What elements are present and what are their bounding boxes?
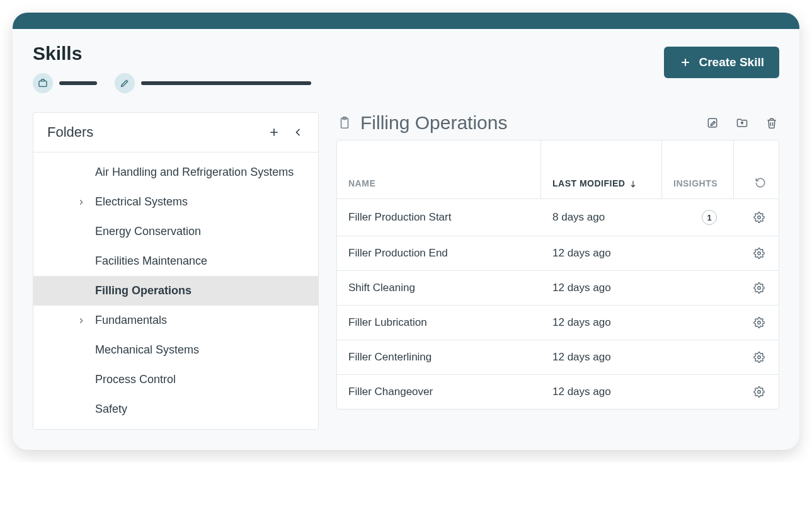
svg-point-7 <box>758 321 761 324</box>
cell-name: Filler Production Start <box>348 211 552 224</box>
row-settings-button[interactable] <box>753 248 765 259</box>
tab-briefcase[interactable] <box>33 73 97 93</box>
folder-item[interactable]: Process Control <box>33 365 318 394</box>
cell-modified: 8 days ago <box>552 211 673 224</box>
clipboard-icon <box>338 116 352 130</box>
folder-label: Safety <box>95 403 127 416</box>
page-title: Skills <box>33 43 664 64</box>
cell-name: Filler Lubrication <box>348 316 552 329</box>
column-name[interactable]: Name <box>337 141 541 198</box>
cell-modified: 12 days ago <box>552 247 673 260</box>
cell-modified: 12 days ago <box>552 316 673 329</box>
svg-point-4 <box>758 216 761 219</box>
reset-columns-button[interactable] <box>755 177 766 188</box>
row-settings-button[interactable] <box>753 352 765 363</box>
cell-actions <box>745 352 767 363</box>
folder-item[interactable]: Safety <box>33 394 318 424</box>
cell-actions <box>745 248 767 259</box>
table-body: Filler Production Start8 days ago1Filler… <box>337 199 779 409</box>
chevron-right-icon[interactable] <box>72 316 90 325</box>
cell-name: Filler Changeover <box>348 386 552 398</box>
window-titlebar <box>13 13 799 29</box>
folder-item[interactable]: Energy Conservation <box>33 217 318 246</box>
table-row[interactable]: Filler Centerlining12 days ago <box>337 340 779 375</box>
row-settings-button[interactable] <box>753 282 765 294</box>
page-header: Skills Create Skill <box>13 29 799 105</box>
column-insights[interactable]: Insights <box>662 141 734 198</box>
cell-insights: 1 <box>673 210 745 225</box>
app-window: Skills Create Skill <box>13 13 799 450</box>
folder-label: Energy Conservation <box>95 225 201 238</box>
folder-item[interactable]: Filling Operations <box>33 276 318 306</box>
row-settings-button[interactable] <box>753 212 765 223</box>
folder-label: Air Handling and Refrigeration Systems <box>95 166 294 179</box>
svg-point-6 <box>758 287 761 290</box>
table-row[interactable]: Filler Production Start8 days ago1 <box>337 199 779 236</box>
content-area: Folders Air Handling and Refrigeration S… <box>13 105 799 450</box>
folders-header: Folders <box>33 113 318 152</box>
folder-list: Air Handling and Refrigeration SystemsEl… <box>33 152 318 429</box>
cell-name: Shift Cleaning <box>348 282 552 294</box>
column-reset <box>734 141 779 198</box>
table-header: Name Last Modified Insights <box>337 141 779 199</box>
collapse-folders-button[interactable] <box>292 126 304 139</box>
cell-actions <box>745 386 767 398</box>
header-tabs <box>33 73 664 93</box>
skills-table: Name Last Modified Insights <box>336 140 779 410</box>
folder-item[interactable]: Air Handling and Refrigeration Systems <box>33 158 318 187</box>
folder-label: Filling Operations <box>95 284 192 297</box>
create-skill-button[interactable]: Create Skill <box>664 47 780 78</box>
delete-folder-button[interactable] <box>765 117 778 129</box>
folder-label: Process Control <box>95 373 176 386</box>
create-skill-label: Create Skill <box>699 55 765 69</box>
column-last-modified[interactable]: Last Modified <box>541 141 662 198</box>
cell-modified: 12 days ago <box>552 282 673 294</box>
table-row[interactable]: Filler Lubrication12 days ago <box>337 306 779 340</box>
pencil-icon <box>115 73 135 93</box>
row-settings-button[interactable] <box>753 317 765 328</box>
table-row[interactable]: Filler Production End12 days ago <box>337 236 779 271</box>
main-panel: Filling Operations Na <box>336 112 779 410</box>
folder-label: Facilities Maintenance <box>95 255 207 268</box>
row-settings-button[interactable] <box>753 386 765 398</box>
folders-title: Folders <box>47 124 93 141</box>
cell-name: Filler Production End <box>348 247 552 260</box>
folder-label: Mechanical Systems <box>95 343 199 357</box>
folder-item[interactable]: Fundamentals <box>33 306 318 335</box>
main-title: Filling Operations <box>360 112 507 134</box>
cell-actions <box>745 317 767 328</box>
folder-item[interactable]: Mechanical Systems <box>33 335 318 365</box>
tab-label-placeholder <box>59 81 97 85</box>
move-folder-button[interactable] <box>735 117 749 129</box>
table-row[interactable]: Shift Cleaning12 days ago <box>337 271 779 306</box>
cell-modified: 12 days ago <box>552 386 673 398</box>
cell-actions <box>745 212 767 223</box>
main-header: Filling Operations <box>336 112 779 134</box>
tab-label-placeholder <box>141 81 311 85</box>
sort-desc-icon <box>629 180 638 188</box>
folder-item[interactable]: Facilities Maintenance <box>33 246 318 276</box>
insights-badge[interactable]: 1 <box>702 210 717 225</box>
add-folder-button[interactable] <box>268 126 280 139</box>
tab-edit[interactable] <box>115 73 311 93</box>
folder-label: Electrical Systems <box>95 195 188 209</box>
svg-rect-0 <box>39 81 47 87</box>
svg-point-8 <box>758 356 761 359</box>
svg-point-9 <box>758 391 761 394</box>
folder-label: Fundamentals <box>95 314 167 327</box>
cell-actions <box>745 282 767 294</box>
table-row[interactable]: Filler Changeover12 days ago <box>337 375 779 409</box>
cell-name: Filler Centerlining <box>348 351 552 364</box>
folder-item[interactable]: Electrical Systems <box>33 187 318 217</box>
folders-panel: Folders Air Handling and Refrigeration S… <box>33 112 319 430</box>
edit-folder-button[interactable] <box>706 117 719 129</box>
cell-modified: 12 days ago <box>552 351 673 364</box>
svg-point-5 <box>758 252 761 255</box>
chevron-right-icon[interactable] <box>72 198 90 207</box>
briefcase-icon <box>33 73 53 93</box>
